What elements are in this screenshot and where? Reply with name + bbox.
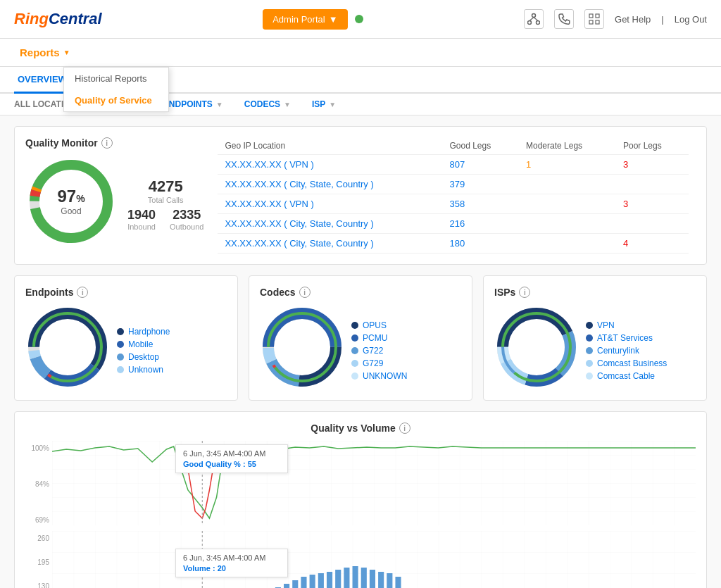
good-legs: 358 xyxy=(442,194,519,214)
legend-dot xyxy=(117,366,124,373)
endpoints-donut xyxy=(25,305,110,389)
svg-line-3 xyxy=(529,18,534,21)
svg-point-25 xyxy=(268,313,336,381)
endpoints-title: Endpoints i xyxy=(25,287,227,298)
moderate-legs xyxy=(519,194,616,214)
svg-rect-65 xyxy=(292,580,298,588)
legend-dot xyxy=(586,322,593,329)
filter-endpoints[interactable]: ENDPOINTS ▼ xyxy=(163,99,223,109)
svg-rect-69 xyxy=(327,572,332,588)
legend-label: G729 xyxy=(363,358,383,368)
main-content: Quality Monitor i 97% xyxy=(0,115,721,588)
quality-info-icon[interactable]: i xyxy=(101,137,113,149)
moderate-legs xyxy=(519,175,616,194)
col-poor: Poor Legs xyxy=(616,137,689,155)
svg-rect-7 xyxy=(589,20,593,24)
reports-dropdown-arrow: ▼ xyxy=(63,49,70,56)
network-icon[interactable] xyxy=(524,9,544,29)
menu-item-qos[interactable]: Quality of Service xyxy=(64,89,168,111)
legend-dot xyxy=(351,334,358,342)
quality-volume-title: Quality vs Volume i xyxy=(25,423,696,434)
legend-label: Comcast Cable xyxy=(597,371,655,381)
geo-location[interactable]: XX.XX.XX.XX ( VPN ) xyxy=(218,155,442,175)
phone-icon[interactable] xyxy=(554,9,574,29)
legend-label: OPUS xyxy=(363,320,387,330)
reports-label: Reports xyxy=(20,46,60,58)
svg-rect-67 xyxy=(310,575,315,588)
svg-rect-64 xyxy=(284,584,289,588)
tab-overview[interactable]: OVERVIEW xyxy=(14,67,70,94)
endpoints-arrow: ▼ xyxy=(216,101,223,108)
col-moderate: Moderate Legs xyxy=(519,137,616,155)
geo-table-element: Geo IP Location Good Legs Moderate Legs … xyxy=(218,137,689,254)
outbound-stat: 2335 Outbound xyxy=(170,208,203,231)
log-out-link[interactable]: Log Out xyxy=(675,14,707,25)
legend-dot xyxy=(117,354,124,361)
legend-dot xyxy=(351,322,358,329)
quality-stats: 4275 Total Calls 1940 Inbound 2335 Outbo… xyxy=(127,177,203,231)
legend-dot xyxy=(586,360,593,367)
poor-legs xyxy=(616,175,689,194)
isp-arrow: ▼ xyxy=(329,101,336,108)
isps-info-icon[interactable]: i xyxy=(519,287,530,298)
col-geo: Geo IP Location xyxy=(218,137,442,155)
legend-label: Centurylink xyxy=(597,346,639,356)
svg-rect-77 xyxy=(395,577,401,588)
logo: RingCentral xyxy=(14,10,102,28)
svg-point-1 xyxy=(528,21,532,25)
quality-percent: 97% Good xyxy=(57,187,84,216)
legend-dot xyxy=(117,341,124,348)
geo-location[interactable]: XX.XX.XX.XX ( City, State, Country ) xyxy=(218,214,442,234)
legend-item: Mobile xyxy=(117,339,170,349)
header-icons xyxy=(524,9,604,29)
get-help-link[interactable]: Get Help xyxy=(615,14,651,25)
moderate-legs: 1 xyxy=(519,155,616,175)
line-chart-tooltip: 6 Jun, 3:45 AM-4:00 AM Good Quality % : … xyxy=(175,444,288,473)
legend-item: VPN xyxy=(586,320,667,330)
legend-item: Centurylink xyxy=(586,346,667,356)
svg-rect-8 xyxy=(596,20,599,24)
filter-codecs[interactable]: CODECS ▼ xyxy=(244,99,291,109)
admin-portal-button[interactable]: Admin Portal ▼ xyxy=(263,9,347,30)
geo-location[interactable]: XX.XX.XX.XX ( City, State, Country ) xyxy=(218,234,442,254)
svg-rect-71 xyxy=(344,568,349,588)
logo-central: Central xyxy=(49,10,102,28)
legend-label: Mobile xyxy=(128,339,153,349)
menu-item-historical[interactable]: Historical Reports xyxy=(64,68,168,89)
filter-isp[interactable]: ISP ▼ xyxy=(312,99,336,109)
endpoints-info-icon[interactable]: i xyxy=(77,287,88,298)
poor-legs: 3 xyxy=(616,155,689,175)
quality-volume-info-icon[interactable]: i xyxy=(399,423,410,434)
geo-location[interactable]: XX.XX.XX.XX ( VPN ) xyxy=(218,194,442,214)
legend-label: VPN xyxy=(597,320,615,330)
quality-bar-chart xyxy=(52,531,696,588)
codecs-title: Codecs i xyxy=(260,287,461,298)
endpoints-card: Endpoints i xyxy=(14,275,238,401)
grid-icon[interactable] xyxy=(584,9,604,29)
legend-label: Unknown xyxy=(128,365,163,375)
legend-label: PCMU xyxy=(363,333,387,343)
reports-dropdown[interactable]: Reports ▼ xyxy=(14,43,76,62)
isps-title: ISPs i xyxy=(494,287,696,298)
legend-dot xyxy=(117,328,124,335)
quality-line-chart xyxy=(52,441,696,525)
legend-item: G729 xyxy=(351,358,407,368)
svg-rect-68 xyxy=(318,573,324,588)
bar-chart-container: 6 Jun, 3:45 AM-4:00 AM Volume : 20 xyxy=(52,531,696,588)
reports-menu: Historical Reports Quality of Service xyxy=(63,67,169,112)
svg-rect-74 xyxy=(370,570,375,588)
geo-table-row: XX.XX.XX.XX ( VPN ) 358 3 xyxy=(218,194,689,214)
svg-rect-6 xyxy=(596,14,599,18)
legend-item: PCMU xyxy=(351,333,407,343)
svg-line-4 xyxy=(534,18,538,21)
geo-location[interactable]: XX.XX.XX.XX ( City, State, Country ) xyxy=(218,175,442,194)
codecs-donut xyxy=(260,305,344,389)
quality-monitor-section: Quality Monitor i 97% xyxy=(14,126,707,265)
geo-table-row: XX.XX.XX.XX ( City, State, Country ) 379 xyxy=(218,175,689,194)
codecs-info-icon[interactable]: i xyxy=(299,287,311,298)
col-good: Good Legs xyxy=(442,137,519,155)
svg-rect-76 xyxy=(387,573,392,588)
quality-monitor-title: Quality Monitor i xyxy=(25,137,203,149)
geo-table-row: XX.XX.XX.XX ( City, State, Country ) 216 xyxy=(218,214,689,234)
legend-item: Hardphone xyxy=(117,327,170,337)
